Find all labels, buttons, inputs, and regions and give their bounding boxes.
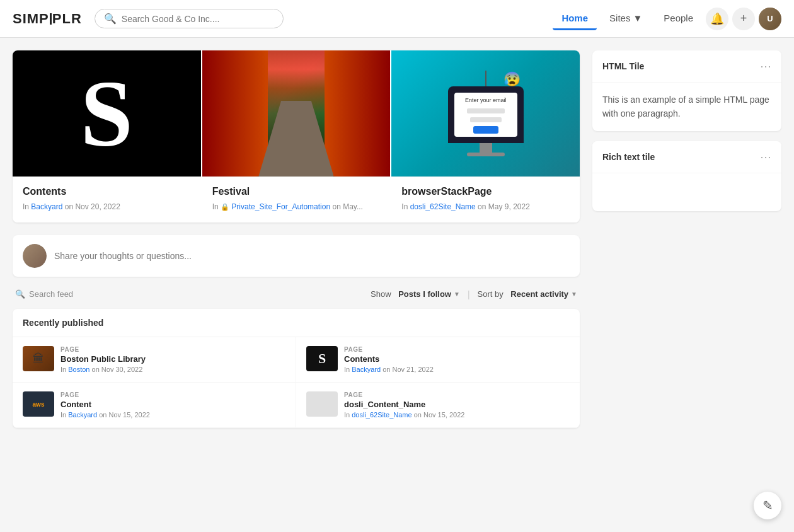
pub-thumb-aws: aws [23, 391, 54, 417]
pub-type-dosli: PAGE [344, 391, 570, 398]
share-input[interactable] [54, 251, 570, 261]
add-button[interactable]: + [732, 8, 755, 30]
html-tile-content: This is an example of a simple HTML page… [602, 93, 771, 121]
logo-text: SIMP [13, 11, 49, 27]
card-festival-meta: In 🔒 Private_Site_For_Automation on May.… [212, 202, 381, 211]
share-avatar [23, 244, 47, 268]
card-contents-site-link[interactable]: Backyard [31, 202, 62, 211]
main-nav: Home Sites ▼ People 🔔 + U [553, 8, 781, 30]
html-tile-header: HTML Tile ⋯ [592, 50, 781, 83]
search-icon: 🔍 [104, 13, 117, 25]
card-festival: Festival In 🔒 Private_Site_For_Automatio… [202, 50, 391, 223]
rich-text-tile-header: Rich text tile ⋯ [592, 141, 781, 173]
card-festival-site-link[interactable]: Private_Site_For_Automation [231, 202, 330, 211]
search-input[interactable] [122, 14, 274, 24]
html-tile-widget: HTML Tile ⋯ This is an example of a simp… [592, 50, 781, 131]
pub-site-contents[interactable]: Backyard [352, 366, 381, 373]
pub-info-aws: PAGE Content In Backyard on Nov 15, 2022 [60, 391, 285, 419]
recently-published-header: Recently published [13, 309, 580, 337]
card-festival-info: Festival In 🔒 Private_Site_For_Automatio… [202, 176, 391, 223]
aws-logo-text: aws [33, 401, 45, 408]
sidebar: HTML Tile ⋯ This is an example of a simp… [592, 50, 781, 428]
nav-people[interactable]: People [655, 8, 702, 30]
logo: SIMPPLR [13, 11, 82, 27]
feed-column: S Contents In Backyard on Nov 20, 2022 [13, 50, 580, 428]
avatar-image: U [759, 8, 781, 30]
recently-published: Recently published 🏛 PAGE Boston Public … [13, 309, 580, 428]
published-grid: 🏛 PAGE Boston Public Library In Boston o… [13, 337, 580, 428]
card-browser-title: browserStackPage [401, 186, 570, 197]
pub-meta-aws: In Backyard on Nov 15, 2022 [60, 411, 285, 419]
card-festival-title: Festival [212, 186, 381, 197]
card-festival-image [202, 50, 391, 176]
pub-title-contents: Contents [344, 354, 570, 364]
pub-site-dosli[interactable]: dosli_62Site_Name [352, 411, 411, 419]
search-feed-label: Search feed [29, 289, 73, 299]
notification-button[interactable]: 🔔 [706, 8, 728, 30]
pub-type-contents: PAGE [344, 346, 570, 353]
pub-site-library[interactable]: Boston [68, 366, 89, 373]
search-bar[interactable]: 🔍 [95, 9, 284, 28]
rich-text-tile-body [592, 173, 781, 211]
s-letter: S [81, 66, 133, 161]
nav-sites[interactable]: Sites ▼ [601, 8, 651, 30]
card-browser: Enter your email 😰 browserStackPage [391, 50, 580, 223]
card-browser-meta: In dosli_62Site_Name on May 9, 2022 [401, 202, 570, 211]
pub-item-contents[interactable]: S PAGE Contents In Backyard on Nov 21, 2… [296, 337, 580, 383]
nav-home[interactable]: Home [553, 8, 597, 30]
show-posts-value: Posts I follow [398, 289, 451, 299]
card-contents-title: Contents [23, 186, 191, 197]
rich-text-tile-title: Rich text tile [602, 152, 655, 162]
search-feed-icon: 🔍 [15, 289, 25, 299]
card-browser-info: browserStackPage In dosli_62Site_Name on… [391, 176, 580, 223]
html-tile-body: This is an example of a simple HTML page… [592, 83, 781, 131]
pub-title-library: Boston Public Library [60, 354, 285, 364]
phishing-emoji: 😰 [503, 71, 521, 88]
pub-type-library: PAGE [60, 346, 285, 353]
main-content: S Contents In Backyard on Nov 20, 2022 [0, 38, 794, 441]
pub-thumb-contents: S [306, 346, 338, 371]
pub-info-library: PAGE Boston Public Library In Boston on … [60, 346, 285, 373]
pub-item-aws[interactable]: aws PAGE Content In Backyard on Nov 15, … [13, 383, 296, 428]
card-contents-image: S [13, 50, 201, 176]
logo-text2: PLR [52, 11, 82, 27]
browser-monitor: Enter your email 😰 [448, 86, 524, 143]
pub-site-aws[interactable]: Backyard [68, 411, 97, 419]
bell-icon: 🔔 [710, 12, 724, 26]
user-avatar[interactable]: U [759, 8, 781, 30]
pub-meta-dosli: In dosli_62Site_Name on Nov 15, 2022 [344, 411, 570, 419]
header: SIMPPLR 🔍 Home Sites ▼ People 🔔 + U [0, 0, 794, 38]
pub-type-aws: PAGE [60, 391, 285, 398]
pub-info-contents: PAGE Contents In Backyard on Nov 21, 202… [344, 346, 570, 373]
show-posts-button[interactable]: Show Posts I follow ▼ [371, 287, 460, 301]
rich-text-tile-menu-button[interactable]: ⋯ [760, 150, 771, 164]
html-tile-menu-button[interactable]: ⋯ [760, 59, 771, 73]
show-posts-dropdown-icon: ▼ [454, 291, 460, 298]
pub-item-dosli[interactable]: PAGE dosli_Content_Name In dosli_62Site_… [296, 383, 580, 428]
chevron-down-icon: ▼ [633, 13, 642, 23]
lock-icon: 🔒 [221, 203, 229, 211]
sort-dropdown-icon: ▼ [571, 291, 577, 298]
sort-button[interactable]: Sort by Recent activity ▼ [478, 287, 577, 301]
share-box [13, 235, 580, 277]
featured-cards: S Contents In Backyard on Nov 20, 2022 [13, 50, 580, 223]
pub-thumb-library: 🏛 [23, 346, 54, 371]
html-tile-title: HTML Tile [602, 61, 644, 71]
card-contents-info: Contents In Backyard on Nov 20, 2022 [13, 176, 201, 223]
card-browser-site-link[interactable]: dosli_62Site_Name [410, 202, 476, 211]
card-contents-meta: In Backyard on Nov 20, 2022 [23, 202, 191, 211]
sort-value: Recent activity [510, 289, 568, 299]
pub-thumb-dosli [306, 391, 338, 417]
logo-bar [50, 13, 52, 25]
card-browser-image: Enter your email 😰 [391, 50, 580, 176]
pub-item-boston-library[interactable]: 🏛 PAGE Boston Public Library In Boston o… [13, 337, 296, 383]
rich-text-tile-widget: Rich text tile ⋯ [592, 141, 781, 211]
pub-info-dosli: PAGE dosli_Content_Name In dosli_62Site_… [344, 391, 570, 419]
pub-title-aws: Content [60, 400, 285, 409]
feed-controls: 🔍 Search feed Show Posts I follow ▼ | So… [13, 287, 580, 301]
search-feed[interactable]: 🔍 Search feed [15, 289, 73, 299]
pub-meta-contents: In Backyard on Nov 21, 2022 [344, 366, 570, 373]
card-contents: S Contents In Backyard on Nov 20, 2022 [13, 50, 201, 223]
plus-icon: + [740, 12, 747, 25]
pub-title-dosli: dosli_Content_Name [344, 400, 570, 409]
